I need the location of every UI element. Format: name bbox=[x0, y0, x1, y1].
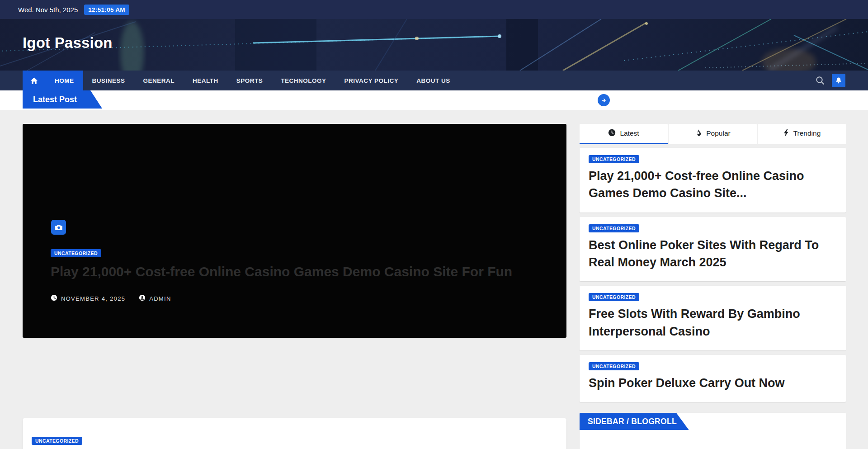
post-author[interactable]: ADMIN bbox=[139, 294, 171, 302]
nav-actions bbox=[815, 71, 845, 90]
tab-latest[interactable]: Latest bbox=[580, 124, 668, 144]
sidebar-post[interactable]: UNCATEGORIZED Best Online Poker Sites Wi… bbox=[580, 217, 846, 282]
blogroll-widget: SIDEBAR / BLOGROLL bbox=[580, 413, 846, 449]
sidebar: Latest Popular Trending UNCATEGORIZED Pl… bbox=[580, 124, 846, 449]
bell-icon[interactable] bbox=[832, 74, 845, 87]
current-time-badge: 12:51:05 AM bbox=[84, 5, 129, 15]
search-icon[interactable] bbox=[815, 76, 825, 85]
featured-post-body: UNCATEGORIZED Play 21,000+ Cost-free Onl… bbox=[51, 249, 539, 302]
bolt-icon bbox=[783, 129, 789, 138]
home-icon bbox=[30, 77, 38, 85]
category-badge[interactable]: UNCATEGORIZED bbox=[32, 437, 82, 445]
tab-label: Latest bbox=[620, 129, 639, 137]
user-icon bbox=[139, 294, 146, 302]
clock-icon bbox=[608, 129, 616, 138]
camera-icon bbox=[51, 220, 66, 235]
featured-post-title[interactable]: Play 21,000+ Cost-free Online Casino Gam… bbox=[51, 262, 539, 282]
nav-item-general[interactable]: GENERAL bbox=[134, 71, 184, 90]
featured-post-meta: NOVEMBER 4, 2025 ADMIN bbox=[51, 294, 539, 302]
blogroll-title: SIDEBAR / BLOGROLL bbox=[588, 417, 677, 426]
post-date: NOVEMBER 4, 2025 bbox=[51, 294, 125, 302]
latest-post-label: Latest Post bbox=[33, 95, 77, 104]
category-badge[interactable]: UNCATEGORIZED bbox=[589, 362, 639, 370]
page-content: UNCATEGORIZED Play 21,000+ Cost-free Onl… bbox=[0, 110, 868, 449]
nav-item-privacy-policy[interactable]: PRIVACY POLICY bbox=[335, 71, 408, 90]
nav-item-technology[interactable]: TECHNOLOGY bbox=[272, 71, 335, 90]
site-title[interactable]: Igot Passion bbox=[0, 19, 868, 52]
nav-item-home[interactable]: HOME bbox=[46, 71, 83, 90]
latest-post-ribbon: Latest Post bbox=[23, 90, 102, 109]
latest-post-ticker: Latest Post bbox=[0, 90, 868, 110]
sidebar-post[interactable]: UNCATEGORIZED Play 21,000+ Cost-free Onl… bbox=[580, 148, 846, 213]
nav-item-business[interactable]: BUSINESS bbox=[83, 71, 134, 90]
arrow-right-circle-icon[interactable] bbox=[598, 94, 610, 106]
category-badge[interactable]: UNCATEGORIZED bbox=[589, 224, 639, 232]
blogroll-ribbon: SIDEBAR / BLOGROLL bbox=[580, 413, 689, 430]
tab-label: Trending bbox=[793, 129, 821, 137]
featured-post-card[interactable]: UNCATEGORIZED Play 21,000+ Cost-free Onl… bbox=[23, 124, 566, 338]
sidebar-tabs: Latest Popular Trending bbox=[580, 124, 846, 144]
flame-icon bbox=[695, 129, 702, 138]
sidebar-post-title[interactable]: Free Slots With Reward By Gambino Interp… bbox=[589, 305, 837, 340]
sidebar-post[interactable]: UNCATEGORIZED Free Slots With Reward By … bbox=[580, 286, 846, 350]
nav-item-about-us[interactable]: ABOUT US bbox=[407, 71, 459, 90]
nav-item-health[interactable]: HEALTH bbox=[184, 71, 227, 90]
tab-popular[interactable]: Popular bbox=[669, 124, 757, 144]
masthead: Igot Passion bbox=[0, 19, 868, 71]
clock-icon bbox=[51, 294, 57, 302]
current-date: Wed. Nov 5th, 2025 bbox=[18, 6, 78, 14]
tab-trending[interactable]: Trending bbox=[758, 124, 846, 144]
sidebar-post[interactable]: UNCATEGORIZED Spin Poker Deluxe Carry Ou… bbox=[580, 355, 846, 402]
main-column: UNCATEGORIZED Play 21,000+ Cost-free Onl… bbox=[23, 124, 566, 449]
nav-item-sports[interactable]: SPORTS bbox=[227, 71, 272, 90]
home-icon-button[interactable] bbox=[23, 71, 46, 90]
top-bar: Wed. Nov 5th, 2025 12:51:05 AM bbox=[0, 0, 868, 19]
sidebar-post-title[interactable]: Best Online Poker Sites With Regard To R… bbox=[589, 236, 837, 271]
sidebar-post-title[interactable]: Spin Poker Deluxe Carry Out Now bbox=[589, 374, 837, 392]
next-post-card[interactable]: UNCATEGORIZED bbox=[23, 418, 566, 449]
tab-label: Popular bbox=[706, 129, 730, 137]
main-navigation: HOME BUSINESS GENERAL HEALTH SPORTS TECH… bbox=[0, 71, 868, 90]
category-badge[interactable]: UNCATEGORIZED bbox=[589, 293, 639, 301]
category-badge[interactable]: UNCATEGORIZED bbox=[589, 155, 639, 163]
sidebar-post-title[interactable]: Play 21,000+ Cost-free Online Casino Gam… bbox=[589, 167, 837, 202]
category-badge[interactable]: UNCATEGORIZED bbox=[51, 249, 101, 257]
